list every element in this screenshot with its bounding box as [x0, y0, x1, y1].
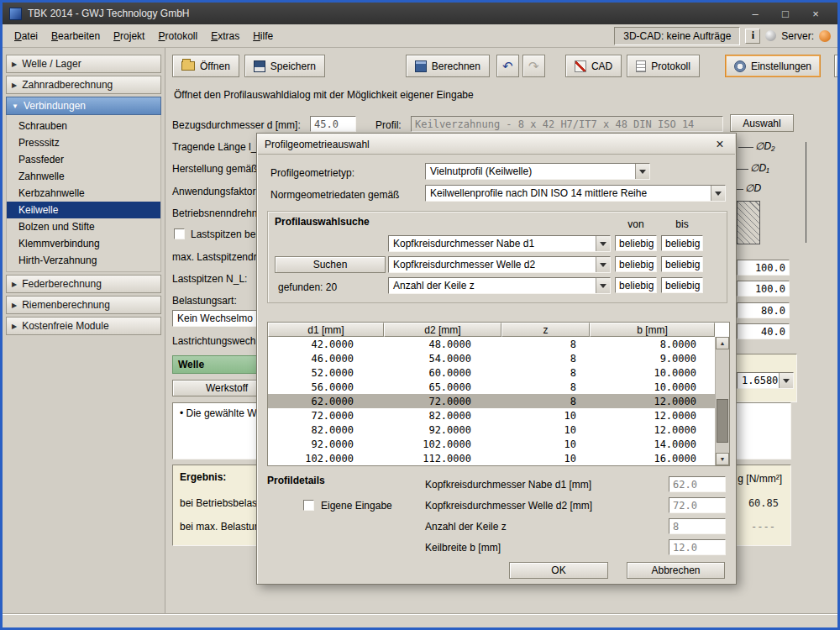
suchen-button[interactable]: Suchen	[275, 256, 386, 273]
table-row[interactable]: 82.000092.00001012.0000	[268, 423, 715, 437]
sidebar-item-zahnradberechnung[interactable]: ▶ Zahnradberechnung	[6, 76, 161, 94]
search-bis-2-field[interactable]: beliebig	[661, 256, 703, 272]
cell: 42.0000	[268, 337, 384, 351]
search-criteria-3-select[interactable]: Anzahl der Keile z	[388, 277, 611, 294]
profildetails-title: Profildetails	[267, 475, 325, 486]
cancel-button[interactable]: Abbrechen	[627, 562, 725, 579]
menu-datei[interactable]: Datei	[8, 27, 45, 45]
redo-button[interactable]: ↷	[522, 55, 545, 77]
menubar: Datei Bearbeiten Projekt Protokoll Extra…	[3, 24, 837, 48]
sidebar-item-schrauben[interactable]: Schrauben	[7, 118, 160, 134]
cell: 14.0000	[590, 437, 715, 451]
bezugsdurchmesser-field[interactable]: 45.0	[310, 116, 356, 132]
normgeometrie-select[interactable]: Keilwellenprofile nach DIN ISO 14 mittle…	[425, 185, 726, 202]
chevron-right-icon: ▶	[12, 81, 17, 89]
search-criteria-1-select[interactable]: Kopfkreisdurchmesser Nabe d1	[388, 235, 611, 252]
column-header[interactable]: b [mm]	[590, 323, 715, 337]
cell: 72.0000	[384, 394, 501, 408]
search-bis-1-field[interactable]: beliebig	[661, 235, 703, 251]
eigene-eingabe-checkbox[interactable]	[303, 500, 314, 511]
protocol-button[interactable]: Protokoll	[627, 55, 700, 77]
menu-extras[interactable]: Extras	[204, 27, 246, 45]
cad-button[interactable]: CAD	[565, 55, 622, 77]
detail-z-label: Anzahl der Keile z	[425, 521, 507, 533]
lastspitzen-checkbox[interactable]	[174, 228, 185, 239]
menu-hilfe[interactable]: Hilfe	[246, 27, 280, 45]
scrollbar-thumb[interactable]	[717, 399, 728, 443]
sidebar-item-riemenberechnung[interactable]: ▶ Riemenberechnung	[6, 296, 161, 314]
search-von-2-field[interactable]: beliebig	[615, 256, 657, 272]
cell: 60.0000	[384, 365, 501, 380]
auswahl-button[interactable]: Auswahl	[730, 114, 794, 132]
help-button[interactable]: Hilfe	[834, 55, 837, 77]
undo-button[interactable]: ↶	[496, 55, 519, 77]
scroll-down-button[interactable]: ▼	[716, 453, 729, 465]
geometry-field-3[interactable]: 80.0	[737, 302, 790, 318]
sidebar-item-verbindungen[interactable]: ▼ Verbindungen	[6, 97, 161, 115]
minimize-button[interactable]: –	[740, 3, 770, 24]
sidebar-item-hirth-verzahnung[interactable]: Hirth-Verzahnung	[7, 252, 160, 269]
floppy-icon	[254, 60, 265, 72]
result-row2-value: ----	[751, 521, 775, 533]
close-button[interactable]: ×	[801, 3, 831, 24]
sidebar-item-klemmverbindung[interactable]: Klemmverbindung	[7, 235, 160, 252]
table-row[interactable]: 52.000060.0000810.0000	[268, 365, 715, 380]
table-row[interactable]: 42.000048.000088.0000	[268, 337, 715, 351]
menu-projekt[interactable]: Projekt	[107, 27, 151, 45]
detail-d2-field[interactable]: 72.0	[669, 497, 726, 513]
geometry-field-1[interactable]: 100.0	[737, 260, 790, 276]
table-row[interactable]: 92.0000102.00001014.0000	[268, 437, 715, 451]
table-row[interactable]: 72.000082.00001012.0000	[268, 408, 715, 423]
column-header[interactable]: d1 [mm]	[268, 323, 384, 337]
geometry-field-2[interactable]: 100.0	[737, 281, 790, 297]
cell: 10	[501, 451, 590, 465]
cell: 8.0000	[590, 337, 715, 351]
search-von-1-field[interactable]: beliebig	[615, 235, 657, 251]
settings-button[interactable]: Einstellungen	[725, 55, 821, 77]
sidebar-item-keilwelle[interactable]: Keilwelle	[7, 202, 160, 218]
detail-b-field[interactable]: 12.0	[669, 539, 726, 555]
sidebar-item-bolzen-stifte[interactable]: Bolzen und Stifte	[7, 218, 160, 235]
folder-icon	[181, 61, 195, 71]
detail-d1-field[interactable]: 62.0	[669, 476, 726, 492]
info-icon[interactable]: i	[745, 29, 760, 44]
sidebar-item-presssitz[interactable]: Presssitz	[7, 134, 160, 151]
column-header[interactable]: z	[501, 323, 590, 337]
detail-z-field[interactable]: 8	[669, 518, 726, 534]
results-table: d1 [mm] d2 [mm] z b [mm] 42.000048.00008…	[267, 322, 730, 466]
chevron-down-icon: ▼	[12, 102, 18, 110]
sidebar-item-kerbzahnwelle[interactable]: Kerbzahnwelle	[7, 185, 160, 202]
search-von-3-field[interactable]: beliebig	[615, 277, 657, 293]
von-column-label: von	[615, 218, 657, 230]
column-header[interactable]: d2 [mm]	[384, 323, 501, 337]
table-row-selected[interactable]: 62.000072.0000812.0000	[268, 394, 715, 408]
open-button[interactable]: Öffnen	[172, 55, 239, 77]
scroll-up-button[interactable]: ▲	[716, 337, 729, 349]
dialog-titlebar: Profilgeometrieauswahl ×	[258, 134, 735, 155]
cell: 82.0000	[268, 423, 384, 437]
vertical-scrollbar[interactable]: ▲ ▼	[715, 337, 729, 465]
close-icon[interactable]: ×	[711, 137, 728, 152]
sidebar-item-federberechnung[interactable]: ▶ Federberechnung	[6, 275, 161, 293]
menu-protokoll[interactable]: Protokoll	[151, 27, 204, 45]
maximize-button[interactable]: □	[770, 3, 801, 24]
menu-bearbeiten[interactable]: Bearbeiten	[45, 27, 107, 45]
search-criteria-2-select[interactable]: Kopfkreisdurchmesser Welle d2	[388, 256, 611, 273]
sidebar-item-welle-lager[interactable]: ▶ Welle / Lager	[6, 55, 161, 73]
sidebar-item-zahnwelle[interactable]: Zahnwelle	[7, 168, 160, 185]
table-row[interactable]: 102.0000112.00001016.0000	[268, 451, 715, 465]
geometry-field-4[interactable]: 40.0	[737, 323, 790, 339]
calculate-button[interactable]: Berechnen	[406, 55, 490, 77]
sidebar-item-kostenfreie-module[interactable]: ▶ Kostenfreie Module	[6, 317, 161, 335]
profilgeometrietyp-select[interactable]: Vielnutprofil (Keilwelle)	[425, 163, 650, 180]
lastspitzen-nl-label: Lastspitzen N_L:	[172, 273, 247, 285]
sidebar-item-passfeder[interactable]: Passfeder	[7, 151, 160, 168]
save-button[interactable]: Speichern	[244, 55, 325, 77]
belastungsart-label: Belastungsart:	[172, 295, 237, 307]
table-row[interactable]: 46.000054.000089.0000	[268, 351, 715, 365]
table-row[interactable]: 56.000065.0000810.0000	[268, 380, 715, 394]
material-number-select[interactable]: 1.6580	[737, 372, 794, 389]
search-bis-3-field[interactable]: beliebig	[661, 277, 703, 293]
ok-button[interactable]: OK	[509, 562, 608, 579]
bezugsdurchmesser-label: Bezugsdurchmesser d [mm]:	[172, 119, 301, 131]
